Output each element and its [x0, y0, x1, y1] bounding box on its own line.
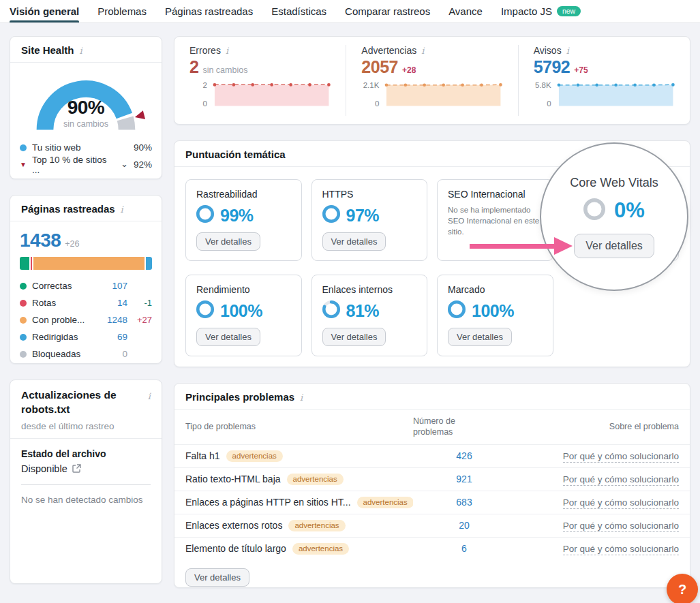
crawled-pages-title: Páginas rastreadas — [21, 203, 115, 215]
score-card-seo-internacional: SEO InternacionalNo se ha implementado S… — [437, 179, 553, 261]
metric-value: 2057 — [361, 57, 398, 77]
crawled-total: 1438 — [20, 230, 61, 251]
crawled-pages-header: Páginas rastreadas i — [10, 196, 162, 221]
info-icon[interactable]: i — [566, 46, 569, 56]
y-min-label: 0 — [203, 99, 207, 108]
tab-label: Estadísticas — [271, 5, 326, 17]
cwv-details-button[interactable]: Ver detalles — [574, 234, 654, 258]
table-row: Enlaces externos rotosadvertencias20Por … — [174, 514, 690, 537]
why-how-link[interactable]: Por qué y cómo solucionarlo — [515, 451, 679, 461]
tab-comparar-rastreos[interactable]: Comparar rastreos — [345, 0, 430, 22]
tab-impacto-js[interactable]: Impacto JSnew — [501, 0, 581, 22]
details-button[interactable]: Ver detalles — [196, 328, 260, 346]
issue-count-link[interactable]: 426 — [413, 450, 515, 461]
site-health-card: Site Health i 90% sin cambios Tu sitio w… — [10, 36, 162, 179]
score-value: 99% — [220, 206, 254, 226]
issue-name: Enlaces a páginas HTTP en sitios HT... — [185, 497, 351, 508]
issue-name: Elemento de título largo — [185, 543, 286, 554]
score-row: 100% — [196, 301, 291, 320]
legend-label: Top 10 % de sitios ... — [32, 155, 114, 175]
site-health-change: sin cambios — [25, 119, 147, 129]
top-issues-title: Principales problemas — [185, 391, 294, 403]
tab-p-ginas-rastreadas[interactable]: Páginas rastreadas — [165, 0, 253, 22]
issue-name-cell: Enlaces externos rotosadvertencias — [185, 520, 413, 531]
issue-count-link[interactable]: 20 — [413, 520, 515, 531]
tab-estad-sticas[interactable]: Estadísticas — [271, 0, 326, 22]
legend-label: Tu sitio web — [32, 142, 81, 153]
legend-item-bloqueadas: Bloqueadas0 — [20, 345, 152, 362]
progress-ring-icon — [196, 205, 214, 226]
y-max-label: 2.1K — [363, 81, 380, 89]
score-value: 81% — [346, 301, 380, 321]
warning-badge: advertencias — [357, 497, 413, 508]
info-icon[interactable]: i — [121, 204, 123, 215]
legend-value: 90% — [134, 142, 152, 153]
issue-count-link[interactable]: 683 — [413, 497, 515, 508]
issues-details-button[interactable]: Ver detalles — [185, 568, 249, 587]
sparkline — [384, 80, 502, 110]
metric-trend-chart: 5.8K0 — [534, 80, 675, 110]
score-card-marcado: Marcado100%Ver detalles — [437, 275, 553, 356]
metric-delta: +28 — [402, 65, 416, 75]
y-min-label: 0 — [375, 99, 379, 108]
column-header-tipo-de-problemas: Tipo de problemas — [185, 422, 413, 431]
bar-segment-con-proble — [33, 257, 144, 270]
issue-name: Enlaces externos rotos — [185, 520, 282, 531]
progress-ring-icon — [322, 205, 340, 226]
why-how-link-label: Por qué y cómo solucionarlo — [563, 497, 679, 509]
issue-name: Falta h1 — [185, 450, 220, 461]
tab-label: Páginas rastreadas — [165, 5, 253, 17]
info-icon[interactable]: i — [80, 46, 82, 56]
issue-count-link[interactable]: 921 — [413, 474, 515, 484]
chevron-down-icon[interactable]: ⌄ — [121, 162, 128, 167]
issue-name-cell: Ratio texto-HTML bajaadvertencias — [185, 474, 413, 485]
help-button[interactable]: ? — [667, 574, 698, 603]
why-how-link[interactable]: Por qué y cómo solucionarlo — [515, 521, 679, 531]
legend-item-rotas: Rotas14-1 — [20, 294, 152, 311]
issue-count-link[interactable]: 6 — [413, 543, 515, 554]
info-icon[interactable]: i — [421, 46, 424, 56]
warning-badge: advertencias — [288, 520, 345, 531]
info-icon[interactable]: i — [300, 392, 303, 403]
robots-file-link[interactable]: Disponible — [21, 463, 151, 474]
tab-label: Impacto JS — [501, 5, 552, 17]
progress-ring-icon — [583, 198, 605, 223]
robots-card: Actualizaciones de robots.txt i desde el… — [10, 380, 162, 584]
why-how-link[interactable]: Por qué y cómo solucionarlo — [515, 497, 679, 508]
legend-item-top-10-de-sitios: ▼Top 10 % de sitios ...⌄92% — [20, 156, 152, 173]
tab-bar: Visión generalProblemasPáginas rastreada… — [0, 0, 700, 23]
y-min-label: 0 — [547, 99, 551, 108]
thematic-score-card: Puntuación temática Rastreabilidad99%Ver… — [174, 140, 690, 367]
why-how-link[interactable]: Por qué y cómo solucionarlo — [515, 544, 679, 554]
why-how-link[interactable]: Por qué y cómo solucionarlo — [515, 474, 679, 484]
table-row: Enlaces a páginas HTTP en sitios HT...ad… — [174, 491, 690, 514]
info-icon[interactable]: i — [226, 46, 228, 56]
details-button[interactable]: Ver detalles — [196, 232, 260, 251]
issues-footer: Ver detalles — [174, 560, 690, 595]
tab-visi-n-general[interactable]: Visión general — [10, 0, 79, 22]
legend-value: 0 — [100, 349, 127, 359]
legend-item-tu-sitio-web: Tu sitio web90% — [20, 139, 152, 156]
metric-delta: sin cambios — [202, 65, 247, 75]
tab-label: Avance — [448, 5, 483, 17]
column-header-sobre-el-problema: Sobre el problema — [515, 422, 679, 431]
cwv-title: Core Web Vitals — [570, 176, 658, 190]
y-axis-labels: 20 — [189, 80, 207, 110]
tab-avance[interactable]: Avance — [448, 0, 483, 22]
dot-marker — [20, 351, 27, 358]
info-icon[interactable]: i — [148, 391, 151, 401]
score-card-enlaces-internos: Enlaces internos81%Ver detalles — [311, 275, 428, 356]
crawled-total-row: 1438 +26 — [20, 230, 152, 251]
details-button[interactable]: Ver detalles — [322, 232, 386, 251]
tab-problemas[interactable]: Problemas — [97, 0, 147, 22]
overview-metrics-card: Erroresi2sin cambios20Advertenciasi2057+… — [174, 36, 690, 125]
metric-trend-chart: 2.1K0 — [361, 80, 502, 110]
details-button[interactable]: Ver detalles — [322, 328, 386, 346]
robots-status-value: Disponible — [21, 463, 67, 474]
content-area: Site Health i 90% sin cambios Tu sitio w… — [0, 23, 700, 588]
new-badge: new — [557, 6, 581, 16]
metric-label-row: Advertenciasi — [361, 45, 502, 56]
details-button[interactable]: Ver detalles — [448, 328, 512, 346]
metric-trend-chart: 20 — [189, 80, 331, 110]
why-how-link-label: Por qué y cómo solucionarlo — [563, 544, 679, 555]
